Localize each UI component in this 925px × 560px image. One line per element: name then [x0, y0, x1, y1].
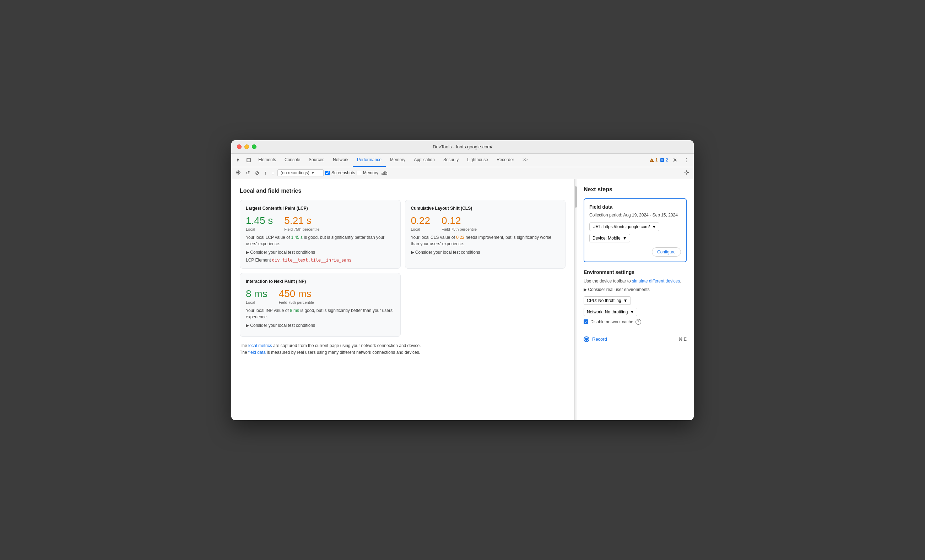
memory-checkbox-label[interactable]: Memory — [357, 170, 378, 175]
network-label: Network: No throttling — [587, 309, 628, 314]
tab-memory[interactable]: Memory — [386, 153, 410, 167]
title-bar: DevTools - fonts.google.com/ — [231, 140, 694, 154]
lcp-field-value: 5.21 s — [284, 215, 319, 227]
sec-toolbar-right — [682, 169, 691, 177]
tab-application[interactable]: Application — [410, 153, 439, 167]
cls-consider-link[interactable]: ▶ Consider your local test conditions — [411, 250, 560, 255]
svg-point-8 — [237, 171, 240, 174]
info-badge[interactable]: ✉ 2 — [660, 158, 668, 162]
secondary-toolbar: ↺ ⊘ ↑ ↓ (no recordings) ▼ Screenshots Me… — [231, 167, 694, 179]
tab-network[interactable]: Network — [328, 153, 353, 167]
cls-field-value: 0.12 — [441, 215, 477, 227]
download-button[interactable]: ↓ — [270, 169, 276, 177]
cls-field-label: Field 75th percentile — [441, 227, 477, 231]
metrics-section-title: Local and field metrics — [240, 188, 565, 194]
screenshots-label: Screenshots — [331, 170, 355, 175]
toolbar-right: ! 1 ✉ 2 ⋮ — [649, 156, 691, 164]
tab-more[interactable]: >> — [518, 153, 532, 167]
cls-local-block: 0.22 Local — [411, 215, 431, 231]
record-button[interactable]: Record — [584, 336, 607, 342]
disable-cache-row: Disable network cache ? — [584, 319, 687, 325]
recording-placeholder: (no recordings) — [281, 170, 309, 175]
tab-sources[interactable]: Sources — [304, 153, 328, 167]
reload-button[interactable]: ↺ — [244, 169, 252, 177]
tab-recorder[interactable]: Recorder — [492, 153, 518, 167]
help-icon[interactable]: ? — [636, 319, 641, 325]
network-dropdown-arrow: ▼ — [630, 309, 634, 314]
env-settings-title: Environment settings — [584, 269, 687, 275]
network-dropdown[interactable]: Network: No throttling ▼ — [584, 308, 637, 316]
env-consider-link[interactable]: ▶ Consider real user environments — [584, 287, 687, 292]
gear-settings-icon[interactable] — [682, 169, 691, 177]
lcp-local-label: Local — [246, 227, 273, 231]
tab-lighthouse[interactable]: Lighthouse — [463, 153, 492, 167]
lcp-element-value: div.tile__text.tile__inria_sans — [272, 258, 352, 263]
cpu-dropdown-arrow: ▼ — [624, 298, 628, 303]
right-panel: Next steps Field data Collection period:… — [577, 179, 694, 420]
window-title: DevTools - fonts.google.com/ — [433, 144, 492, 149]
inp-consider-link[interactable]: ▶ Consider your local test conditions — [246, 323, 395, 328]
lcp-consider-link[interactable]: ▶ Consider your local test conditions — [246, 250, 395, 255]
tab-security[interactable]: Security — [439, 153, 463, 167]
field-data-card: Field data Collection period: Aug 19, 20… — [584, 198, 687, 262]
field-data-period: Collection period: Aug 19, 2024 - Sep 15… — [589, 212, 681, 218]
recording-dropdown[interactable]: (no recordings) ▼ — [277, 169, 324, 176]
clear-button[interactable]: ⊘ — [253, 169, 261, 177]
lcp-values-row: 1.45 s Local 5.21 s Field 75th percentil… — [246, 215, 395, 231]
url-dropdown[interactable]: URL: https://fonts.google.com/ ▼ — [589, 222, 659, 231]
tab-console[interactable]: Console — [280, 153, 304, 167]
inp-description: Your local INP value of 8 ms is good, bu… — [246, 307, 395, 320]
record-shortcut: ⌘ E — [678, 337, 687, 342]
inp-field-block: 450 ms Field 75th percentile — [279, 288, 314, 305]
disable-cache-checkbox[interactable] — [584, 320, 588, 324]
screenshots-checkbox[interactable] — [325, 171, 330, 175]
device-dropdown-arrow: ▼ — [623, 236, 627, 240]
memory-checkbox[interactable] — [357, 171, 361, 175]
warning-badge[interactable]: ! 1 — [649, 158, 658, 162]
tab-performance[interactable]: Performance — [353, 153, 386, 167]
cls-description: Your local CLS value of 0.22 needs impro… — [411, 234, 560, 247]
cls-local-value: 0.22 — [411, 215, 431, 227]
inp-title: Interaction to Next Paint (INP) — [246, 279, 395, 284]
local-metrics-link[interactable]: local metrics — [248, 343, 272, 348]
warning-count: 1 — [655, 158, 658, 162]
tab-elements[interactable]: Elements — [254, 153, 280, 167]
dropdown-arrow-icon: ▼ — [311, 170, 315, 175]
scrollbar-track[interactable] — [574, 179, 577, 420]
screenshots-checkbox-label[interactable]: Screenshots — [325, 170, 355, 175]
lcp-card: Largest Contentful Paint (LCP) 1.45 s Lo… — [240, 200, 401, 269]
left-panel: Local and field metrics Largest Contentf… — [231, 179, 574, 420]
flamechart-icon[interactable] — [380, 169, 389, 177]
cursor-icon[interactable] — [234, 156, 243, 164]
device-dropdown[interactable]: Device: Mobile ▼ — [589, 234, 630, 242]
memory-label: Memory — [363, 170, 378, 175]
url-dropdown-row: URL: https://fonts.google.com/ ▼ — [589, 222, 681, 231]
more-options-icon[interactable]: ⋮ — [682, 156, 691, 164]
settings-icon[interactable] — [670, 156, 679, 164]
url-dropdown-label: URL: https://fonts.google.com/ — [592, 224, 650, 229]
minimize-button[interactable] — [244, 144, 249, 149]
cpu-dropdown-row: CPU: No throttling ▼ — [584, 296, 687, 305]
maximize-button[interactable] — [252, 144, 256, 149]
record-section: Record ⌘ E — [584, 332, 687, 342]
simulate-devices-link[interactable]: simulate different devices — [632, 279, 680, 284]
footer-note: The local metrics are captured from the … — [240, 342, 565, 356]
lcp-local-value: 1.45 s — [246, 215, 273, 227]
configure-button[interactable]: Configure — [652, 247, 681, 257]
cpu-dropdown[interactable]: CPU: No throttling ▼ — [584, 296, 631, 305]
record-start-button[interactable] — [234, 169, 243, 177]
url-dropdown-arrow: ▼ — [652, 224, 656, 229]
svg-rect-10 — [383, 172, 384, 174]
lcp-field-label: Field 75th percentile — [284, 227, 319, 231]
lcp-local-block: 1.45 s Local — [246, 215, 273, 231]
lcp-field-block: 5.21 s Field 75th percentile — [284, 215, 319, 231]
lcp-element: LCP Element div.tile__text.tile__inria_s… — [246, 258, 395, 263]
device-dropdown-row: Device: Mobile ▼ — [589, 234, 681, 242]
scrollbar-thumb[interactable] — [575, 186, 577, 207]
inp-local-block: 8 ms Local — [246, 288, 268, 305]
inspect-icon[interactable] — [244, 156, 253, 164]
upload-button[interactable]: ↑ — [262, 169, 268, 177]
close-button[interactable] — [237, 144, 241, 149]
field-data-link[interactable]: field data — [248, 350, 266, 355]
svg-rect-9 — [382, 173, 383, 174]
